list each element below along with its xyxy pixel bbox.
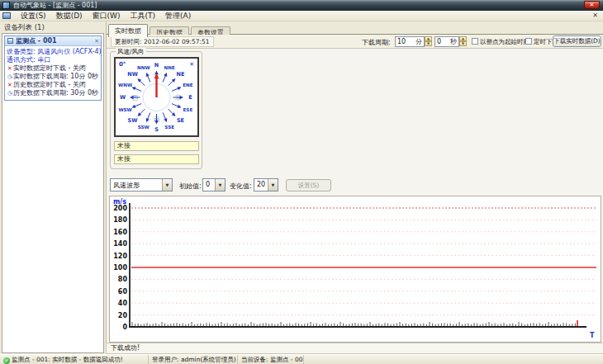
compass-svg: 北东南西NNNENEENEEESESESSESSSWSWWSWWWNWNWNNW… (116, 59, 197, 135)
angle-readout: 0° (119, 61, 126, 68)
compass-dir-arrow (147, 112, 150, 119)
compass-dir-label: N (154, 62, 159, 69)
ytick-180: 180 (113, 216, 127, 224)
download-status-strip: 下载成功! (106, 343, 603, 354)
wind-direction-field[interactable]: 未接 (114, 154, 199, 164)
compass-dir-label: SSW (138, 125, 150, 130)
update-time-value: 2012-06-02 09:57:51 (144, 38, 210, 45)
set-button[interactable]: 设置(S) (286, 179, 331, 191)
menu-item-3[interactable]: 工具(T) (126, 11, 161, 21)
status-message: ✓监测点 - 001: 实时数据 - 数据返回成功! (0, 355, 149, 364)
update-time-label: 更新时间: (115, 38, 142, 45)
wind-speed-chart: 020406080100120140160180200m/sT (109, 196, 601, 343)
wave-controls: 风速波形 ▼ 初始值: 0 ▼ 变化值: 20 ▼ 设置(S) (107, 177, 603, 192)
ytick-40: 40 (118, 300, 128, 307)
device-line-3: ◷实时数据下载周期: 10分 0秒 (7, 73, 99, 81)
clock-icon: ◷ (7, 89, 13, 97)
main-pane: 实时数据历史数据参数设置 更新时间: 2012-06-02 09:57:51 下… (106, 21, 603, 343)
menu-item-2[interactable]: 窗口(W) (88, 11, 126, 21)
wind-compass: 北东南西NNNENEENEEESESESSESSSWSWWSWWWNWNWNNW… (114, 57, 199, 137)
initial-value: 0 (206, 181, 210, 188)
minutes-spinner[interactable]: ▲ ▼ (425, 36, 432, 47)
title-bar: 自动气象站 - [监测点 - 001] ✕ (0, 0, 603, 11)
device-line-text: 实时数据定时下载 - 关闭 (13, 64, 86, 72)
device-line-4: ✕历史数据定时下载 - 关闭 (7, 81, 99, 89)
ytick-160: 160 (113, 229, 127, 236)
checkbox-start-on-hour[interactable]: 以整点为起始时刻 (472, 38, 529, 45)
success-check-icon: ✓ (3, 357, 10, 364)
checkbox-start-on-hour-box[interactable] (472, 38, 478, 45)
mdi-child-close-icon[interactable]: ✕ (592, 11, 598, 21)
minutes-unit-label: 分 (415, 37, 422, 46)
compass-dir-label: ENE (183, 83, 193, 87)
menu-item-0[interactable]: 设置(S) (16, 11, 51, 21)
chart-svg: 020406080100120140160180200m/sT (110, 196, 601, 342)
seconds-down-icon[interactable]: ▼ (459, 41, 467, 46)
compass-dir-arrow (140, 109, 145, 114)
minutes-input[interactable]: 10 分 (395, 36, 425, 47)
compass-dir-label: NNW (137, 65, 150, 70)
device-line-text: 通讯方式: 串口 (7, 56, 50, 64)
compass-dir-arrow (135, 104, 141, 106)
compass-dir-arrow (140, 80, 145, 85)
compass-dir-arrow (169, 80, 173, 85)
checkbox-timed-download-box[interactable] (525, 38, 532, 45)
download-realtime-button[interactable]: 下载实时数据(D) (553, 35, 601, 47)
tab-0[interactable]: 实时数据 (108, 24, 148, 37)
ytick-60: 60 (118, 288, 128, 295)
pin-icon[interactable]: ✕ (94, 37, 99, 46)
device-title: 监测点 - 001 (16, 37, 57, 45)
clock-icon: ◷ (7, 73, 13, 81)
change-dropdown-icon[interactable]: ▼ (268, 179, 278, 191)
status-empty (304, 355, 603, 364)
device-card-body: 设备类型: 风速风向仪 (ACFX-4)通讯方式: 串口✕实时数据定时下载 - … (5, 46, 101, 99)
device-list-panel: 监测点 - 001 ✕ 设备类型: 风速风向仪 (ACFX-4)通讯方式: 串口… (2, 33, 104, 353)
minutes-value: 10 (397, 37, 406, 46)
compass-dir-label: SE (177, 117, 184, 124)
seconds-unit-label: 秒 (450, 37, 457, 46)
device-line-text: 历史数据定时下载 - 关闭 (13, 81, 86, 88)
seconds-value: 0 (437, 37, 441, 46)
compass-dir-arrow (147, 75, 150, 82)
error-x-icon: ✕ (7, 81, 13, 89)
compass-dir-label: SSE (164, 125, 174, 130)
error-x-icon: ✕ (7, 64, 13, 73)
device-card[interactable]: 监测点 - 001 ✕ 设备类型: 风速风向仪 (ACFX-4)通讯方式: 串口… (4, 35, 102, 101)
tab-strip: 实时数据历史数据参数设置 (107, 21, 603, 35)
compass-dir-label: NE (177, 71, 185, 78)
seconds-spinner[interactable]: ▲ ▼ (459, 36, 467, 47)
status-device: 当前设备: 监测点 - 001 (238, 355, 304, 364)
device-line-1: 通讯方式: 串口 (7, 56, 99, 64)
device-line-5: ◷历史数据下载周期: 30分 0秒 (7, 89, 99, 97)
ytick-0: 0 (122, 324, 127, 331)
device-grid-icon (7, 38, 13, 44)
change-value-label: 变化值: (230, 182, 252, 191)
compass-dir-arrow (172, 104, 178, 106)
compass-dir-label: ESE (183, 107, 193, 112)
initial-dropdown-icon[interactable]: ▼ (215, 179, 225, 191)
initial-value-select[interactable]: 0 ▼ (202, 178, 226, 191)
change-value: 20 (257, 181, 265, 188)
device-line-text: 设备类型: 风速风向仪 (ACFX-4) (7, 48, 102, 55)
close-button[interactable]: ✕ (584, 1, 600, 9)
time-end-marker: T (590, 332, 595, 339)
status-bar: ✓监测点 - 001: 实时数据 - 数据返回成功! 登录用户: admin(系… (0, 354, 603, 364)
change-value-select[interactable]: 20 ▼ (254, 178, 278, 191)
ytick-100: 100 (113, 264, 127, 272)
compass-dir-arrow (163, 112, 165, 119)
app-icon (2, 2, 10, 9)
device-card-header[interactable]: 监测点 - 001 ✕ (5, 36, 101, 46)
wind-group-title: 风速/风向 (116, 48, 146, 55)
device-line-text: 历史数据下载周期: 30分 0秒 (13, 89, 98, 97)
menu-item-4[interactable]: 管理(A) (160, 11, 196, 21)
wind-speed-field[interactable]: 未接 (114, 141, 199, 151)
compass-dir-arrow (135, 88, 141, 91)
waveform-select[interactable]: 风速波形 ▼ (110, 178, 173, 191)
minutes-down-icon[interactable]: ▼ (425, 41, 432, 46)
device-line-2: ✕实时数据定时下载 - 关闭 (7, 64, 99, 73)
seconds-input[interactable]: 0 秒 (434, 36, 459, 47)
waveform-dropdown-icon[interactable]: ▼ (162, 179, 172, 191)
menu-item-1[interactable]: 数据(D) (51, 11, 88, 21)
content-area: 风速/风向 北东南西NNNENEENEEESESESSESSSWSWWSWWWN… (107, 49, 603, 331)
device-list-header: 设备列表 (1) (0, 21, 106, 33)
